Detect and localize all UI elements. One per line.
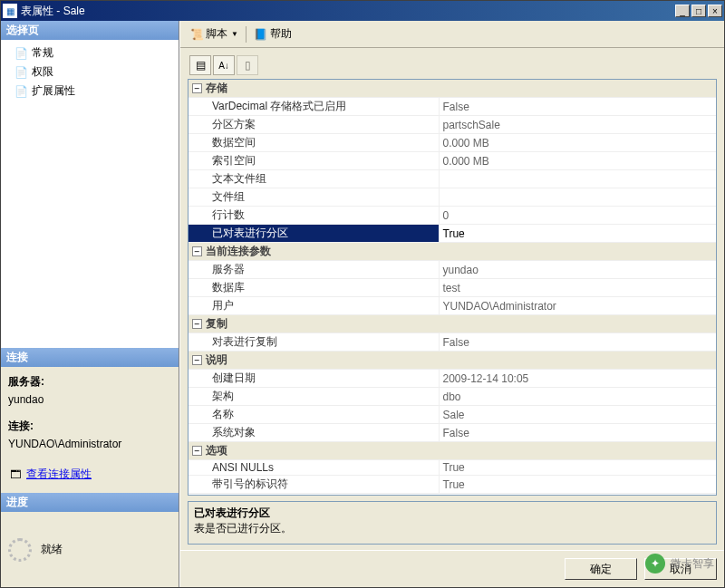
property-value: 2009-12-14 10:05 (439, 370, 716, 388)
property-row[interactable]: 行计数0 (188, 207, 716, 225)
property-value: True (439, 476, 716, 494)
property-row[interactable]: 名称Sale (188, 406, 716, 424)
property-name: 带引号的标识符 (188, 476, 439, 494)
property-value: 0 (439, 207, 716, 225)
property-value: test (439, 279, 716, 297)
progress-header: 进度 (1, 493, 179, 512)
category-row[interactable]: −复制 (188, 315, 716, 333)
progress-status: 就绪 (41, 542, 63, 557)
page-item-extended[interactable]: 📄 扩展属性 (5, 82, 175, 101)
help-button[interactable]: 📘 帮助 (252, 24, 294, 43)
property-grid[interactable]: −存储VarDecimal 存储格式已启用False分区方案partschSal… (188, 79, 717, 496)
ok-button[interactable]: 确定 (565, 558, 637, 580)
property-name: 数据空间 (188, 134, 439, 152)
property-value: 0.000 MB (439, 134, 716, 152)
minimize-button[interactable]: _ (675, 5, 690, 17)
page-icon: 📄 (14, 65, 28, 80)
connection-value: YUNDAO\Administrator (8, 438, 171, 450)
property-row[interactable]: ANSI NULLsTrue (188, 460, 716, 476)
titlebar: ▦ 表属性 - Sale _ □ × (1, 1, 724, 21)
property-row[interactable]: 数据库test (188, 279, 716, 297)
property-row[interactable]: 创建日期2009-12-14 10:05 (188, 370, 716, 388)
property-name: 系统对象 (188, 424, 439, 442)
property-row[interactable]: VarDecimal 存储格式已启用False (188, 98, 716, 116)
property-name: 已对表进行分区 (188, 225, 439, 243)
page-item-permissions[interactable]: 📄 权限 (5, 63, 175, 82)
left-pane: 选择页 📄 常规 📄 权限 📄 扩展属性 连接 服务器: yundao (1, 21, 179, 587)
property-row[interactable]: 系统对象False (188, 424, 716, 442)
property-value: True (439, 225, 716, 243)
button-bar: 确定 取消 (180, 550, 724, 587)
pages-icon: ▯ (245, 59, 251, 72)
property-row[interactable]: 数据空间0.000 MB (188, 134, 716, 152)
property-name: 行计数 (188, 207, 439, 225)
description-text: 表是否已进行分区。 (194, 521, 710, 536)
view-connection-link[interactable]: 查看连接属性 (26, 467, 92, 482)
property-row[interactable]: 对表进行复制False (188, 333, 716, 352)
chevron-down-icon: ▼ (231, 30, 238, 38)
maximize-button[interactable]: □ (691, 5, 706, 17)
wechat-icon: ✦ (645, 554, 665, 574)
page-icon: 📄 (14, 46, 28, 61)
property-value: False (439, 333, 716, 352)
page-item-general[interactable]: 📄 常规 (5, 43, 175, 63)
server-value: yundao (8, 393, 171, 406)
property-value: False (439, 424, 716, 442)
property-value: False (439, 98, 716, 116)
property-name: 索引空间 (188, 152, 439, 170)
description-title: 已对表进行分区 (194, 506, 710, 521)
script-button[interactable]: 📜 脚本 ▼ (188, 24, 240, 43)
propgrid-toolbar: ▤ A↓ ▯ (188, 53, 717, 77)
sort-button[interactable]: A↓ (213, 55, 235, 75)
property-row[interactable]: 已对表进行分区True (188, 225, 716, 243)
watermark-text: 微卡智享 (671, 556, 714, 572)
categorize-button[interactable]: ▤ (189, 55, 211, 75)
properties-icon: 🗔 (8, 468, 23, 482)
window-icon: ▦ (3, 4, 17, 18)
property-row[interactable]: 索引空间0.000 MB (188, 152, 716, 170)
property-row[interactable]: 分区方案partschSale (188, 116, 716, 134)
property-row[interactable]: 文件组 (188, 188, 716, 207)
description-pane: 已对表进行分区 表是否已进行分区。 (188, 501, 717, 545)
property-row[interactable]: 服务器yundao (188, 261, 716, 279)
property-name: 数据库 (188, 279, 439, 297)
property-value: YUNDAO\Administrator (439, 297, 716, 315)
help-icon: 📘 (254, 27, 268, 42)
property-name: 创建日期 (188, 370, 439, 388)
collapse-icon[interactable]: − (192, 446, 202, 456)
property-value: True (439, 460, 716, 476)
watermark: ✦ 微卡智享 (645, 554, 714, 574)
property-name: 服务器 (188, 261, 439, 279)
script-label: 脚本 (206, 26, 227, 42)
property-name: 名称 (188, 406, 439, 424)
connection-header: 连接 (1, 348, 179, 367)
toolbar: 📜 脚本 ▼ 📘 帮助 (180, 21, 724, 48)
property-name: 架构 (188, 388, 439, 406)
connection-label: 连接: (8, 419, 171, 434)
collapse-icon[interactable]: − (192, 319, 202, 329)
property-name: 用户 (188, 297, 439, 315)
window-title: 表属性 - Sale (21, 4, 675, 19)
help-label: 帮助 (270, 26, 292, 42)
category-row[interactable]: −说明 (188, 352, 716, 370)
page-icon: 📄 (14, 84, 28, 99)
category-row[interactable]: −选项 (188, 442, 716, 460)
category-row[interactable]: −当前连接参数 (188, 243, 716, 261)
property-row[interactable]: 文本文件组 (188, 170, 716, 188)
server-label: 服务器: (8, 374, 171, 390)
select-page-header: 选择页 (1, 21, 179, 40)
property-value (439, 170, 716, 188)
category-row[interactable]: −存储 (188, 80, 716, 98)
close-button[interactable]: × (708, 5, 722, 17)
property-value: 0.000 MB (439, 152, 716, 170)
property-row[interactable]: 用户YUNDAO\Administrator (188, 297, 716, 315)
property-row[interactable]: 带引号的标识符True (188, 476, 716, 494)
property-name: 文件组 (188, 188, 439, 207)
collapse-icon[interactable]: − (192, 246, 202, 256)
property-row[interactable]: 架构dbo (188, 388, 716, 406)
property-name: ANSI NULLs (188, 460, 439, 476)
property-value: dbo (439, 388, 716, 406)
collapse-icon[interactable]: − (192, 355, 202, 365)
collapse-icon[interactable]: − (192, 83, 202, 93)
property-name: 对表进行复制 (188, 333, 439, 352)
